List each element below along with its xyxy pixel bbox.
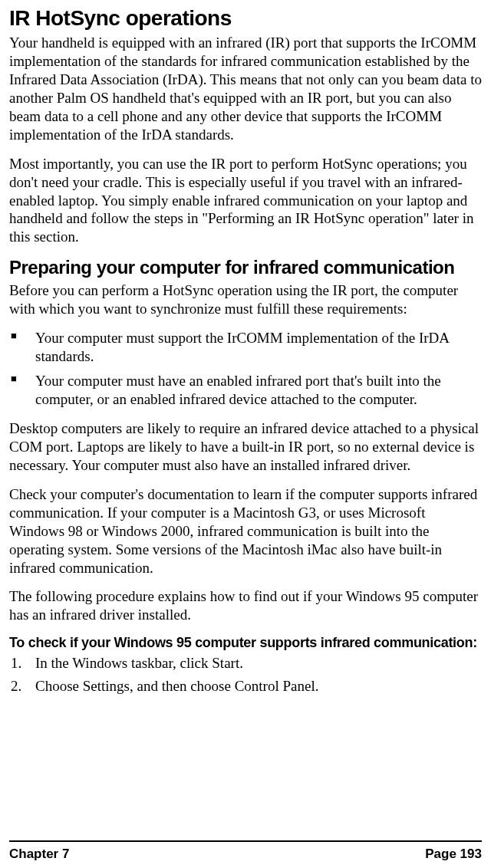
- procedure-heading: To check if your Windows 95 computer sup…: [9, 635, 482, 651]
- page-number: Page 193: [425, 847, 482, 862]
- step-item: Choose Settings, and then choose Control…: [9, 677, 482, 695]
- bullet-item: Your computer must support the IrCOMM im…: [9, 329, 482, 366]
- bullet-list: Your computer must support the IrCOMM im…: [9, 329, 482, 409]
- body-paragraph: Desktop computers are likely to require …: [9, 419, 482, 475]
- body-paragraph: Your handheld is equipped with an infrar…: [9, 34, 482, 144]
- body-paragraph: Most importantly, you can use the IR por…: [9, 155, 482, 247]
- page-footer: Chapter 7 Page 193: [9, 840, 482, 862]
- chapter-label: Chapter 7: [9, 847, 69, 862]
- numbered-list: In the Windows taskbar, click Start. Cho…: [9, 654, 482, 695]
- step-item: In the Windows taskbar, click Start.: [9, 654, 482, 672]
- body-paragraph: Before you can perform a HotSync operati…: [9, 281, 482, 318]
- body-paragraph: The following procedure explains how to …: [9, 587, 482, 624]
- body-paragraph: Check your computer's documentation to l…: [9, 485, 482, 577]
- section-heading: IR HotSync operations: [9, 6, 482, 31]
- bullet-item: Your computer must have an enabled infra…: [9, 372, 482, 409]
- subsection-heading: Preparing your computer for infrared com…: [9, 257, 482, 278]
